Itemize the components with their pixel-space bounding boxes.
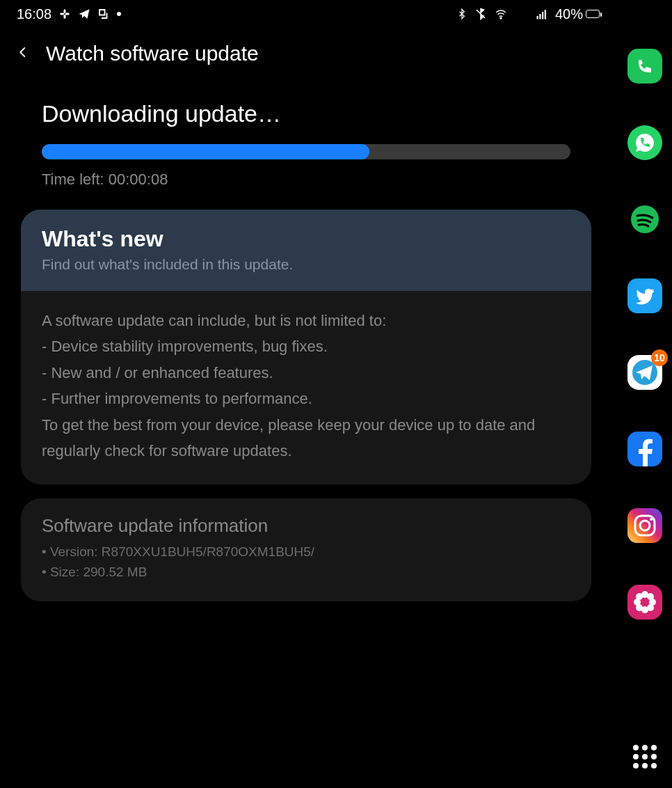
page-title: Watch software update <box>46 42 259 65</box>
svg-point-29 <box>647 604 654 611</box>
progress-fill <box>42 144 369 159</box>
battery-icon <box>586 10 600 18</box>
svg-point-20 <box>650 518 653 521</box>
telegram-icon[interactable]: 10 <box>627 355 662 390</box>
whatsapp-icon[interactable] <box>627 125 662 160</box>
svg-rect-8 <box>545 10 546 19</box>
progress-bar <box>42 144 570 159</box>
time-left-label: Time left: 00:00:08 <box>42 171 570 189</box>
svg-rect-2 <box>64 9 66 13</box>
whats-new-intro: A software update can include, but is no… <box>42 308 570 333</box>
whats-new-bullet: - Further improvements to performance. <box>42 386 570 411</box>
software-version: • Version: R870XXU1BUH5/R870OXM1BUH5/ <box>42 542 570 562</box>
whats-new-body: A software update can include, but is no… <box>21 291 591 484</box>
all-apps-button[interactable] <box>633 745 657 769</box>
whats-new-outro: To get the best from your device, please… <box>42 412 570 464</box>
svg-point-26 <box>636 593 643 600</box>
svg-point-28 <box>636 604 643 611</box>
software-info-card: Software update information • Version: R… <box>21 498 591 601</box>
download-heading: Downloading update… <box>42 100 570 127</box>
wifi-icon <box>494 8 508 20</box>
app-status-icon <box>97 8 110 20</box>
svg-rect-5 <box>536 16 538 19</box>
svg-point-4 <box>500 17 502 19</box>
slack-icon <box>58 8 71 20</box>
more-notifications-dot <box>117 12 121 16</box>
svg-rect-0 <box>60 13 64 15</box>
mute-icon <box>474 8 487 20</box>
svg-rect-6 <box>539 14 541 19</box>
whats-new-title: What's new <box>42 226 570 252</box>
whats-new-card[interactable]: What's new Find out what's included in t… <box>21 210 591 484</box>
edge-panel[interactable]: 10 <box>618 0 672 788</box>
svg-rect-9 <box>627 49 662 84</box>
whats-new-bullet: - Device stability improvements, bug fix… <box>42 333 570 359</box>
twitter-icon[interactable] <box>627 278 662 313</box>
phone-app-icon[interactable] <box>627 49 662 84</box>
whats-new-subtitle: Find out what's included in this update. <box>42 256 570 273</box>
back-button[interactable] <box>17 42 29 65</box>
software-info-title: Software update information <box>42 515 570 537</box>
svg-rect-17 <box>627 508 662 543</box>
svg-point-30 <box>641 599 648 606</box>
telegram-status-icon <box>78 8 90 20</box>
telegram-badge: 10 <box>651 349 668 366</box>
flower-app-icon[interactable] <box>627 585 662 620</box>
svg-point-27 <box>647 593 654 600</box>
spotify-icon[interactable] <box>627 202 662 237</box>
svg-rect-3 <box>64 15 66 19</box>
whats-new-bullet: - New and / or enhanced features. <box>42 360 570 386</box>
facebook-icon[interactable] <box>627 432 662 466</box>
svg-rect-7 <box>542 12 543 19</box>
signal-icon <box>536 8 548 20</box>
svg-rect-1 <box>65 13 70 15</box>
status-bar: 16:08 <box>0 0 612 28</box>
instagram-icon[interactable] <box>627 508 662 543</box>
clock: 16:08 <box>17 6 51 22</box>
battery-pct: 40% <box>555 6 583 22</box>
bluetooth-icon <box>456 8 467 20</box>
software-size: • Size: 290.52 MB <box>42 562 570 583</box>
